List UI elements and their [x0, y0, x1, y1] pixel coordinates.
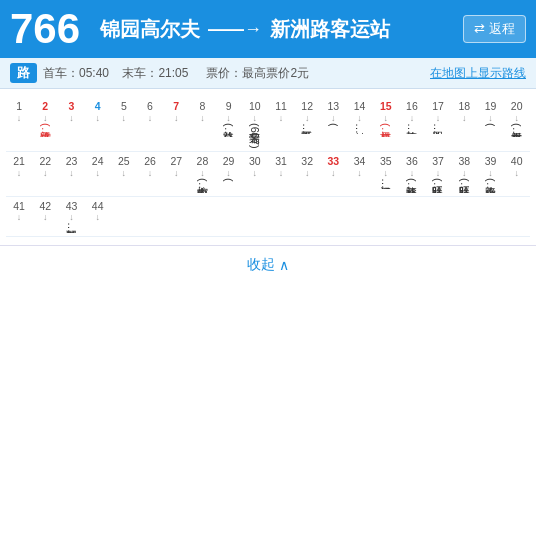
route-to: 新洲路客运站 — [270, 16, 390, 43]
stop-name-9: 公益路(梁… — [222, 123, 235, 138]
stop-number-23: 23 — [66, 155, 78, 169]
stop-cell-30[interactable]: 30↓南铁桥 — [242, 155, 268, 192]
stop-cell-31[interactable]: 31↓仁德医院 — [268, 155, 294, 192]
stop-dir-27: ↓ — [174, 169, 179, 178]
stop-dir-39: ↓ — [488, 169, 493, 178]
stop-name-19: 墨泽新村( — [484, 123, 497, 127]
stop-name-17: 体育中心四… — [432, 123, 445, 134]
stop-dir-28: ↓ — [200, 169, 205, 178]
stop-cell-15[interactable]: 15↓易康苑(嘉… — [373, 100, 399, 148]
stop-number-43: 43 — [66, 200, 78, 214]
stop-number-26: 26 — [144, 155, 156, 169]
stop-cell-37[interactable]: 37↓旺旺路(汉… — [425, 155, 451, 192]
stop-number-38: 38 — [458, 155, 470, 169]
stop-dir-31: ↓ — [279, 169, 284, 178]
stop-dir-30: ↓ — [253, 169, 258, 178]
stop-cell-22[interactable]: 22↓公交三场 — [32, 155, 58, 192]
stop-number-22: 22 — [39, 155, 51, 169]
stop-cell-39[interactable]: 39↓泰山路(汉… — [477, 155, 503, 192]
stop-name-13: 上王东(光 — [327, 123, 340, 127]
stop-dir-10: ↓ — [253, 114, 258, 123]
stop-cell-36[interactable]: 36↓长江北路(长… — [399, 155, 425, 192]
stop-name-29: 南钢街( — [222, 178, 235, 182]
stop-cell-9[interactable]: 9↓公益路(梁… — [216, 100, 242, 148]
stop-cell-43[interactable]: 43↓科技职业学… — [58, 200, 84, 234]
stop-cell-10[interactable]: 10↓荣客(607所) — [242, 100, 268, 148]
stop-dir-9: ↓ — [226, 114, 231, 123]
stop-dir-5: ↓ — [122, 114, 127, 123]
price-info: 票价：最高票价2元 — [206, 65, 309, 82]
stop-cell-19[interactable]: 19↓墨泽新村( — [477, 100, 503, 148]
stop-dir-34: ↓ — [357, 169, 362, 178]
stop-number-1: 1 — [16, 100, 22, 114]
stops-container: 1↓锦园高尔夫2↓雪港路(银…3↓青龙山4↓梅园公交总站5↓梅园6↓梅原寺7↓开… — [0, 89, 536, 241]
stop-cell-11[interactable]: 11↓张卷 — [268, 100, 294, 148]
stop-cell-21[interactable]: 21↓湖光路 — [6, 155, 32, 192]
stop-cell-4[interactable]: 4↓梅园公交总站 — [85, 100, 111, 148]
header: 766 锦园高尔夫 ——→ 新洲路客运站 ⇄ 返程 — [0, 0, 536, 58]
stop-cell-35[interactable]: 35↓长江俱乐部… — [373, 155, 399, 192]
stop-cell-24[interactable]: 24↓中星苑 — [85, 155, 111, 192]
stop-name-14: 村… — [353, 123, 366, 134]
stop-cell-1[interactable]: 1↓锦园高尔夫 — [6, 100, 32, 148]
stop-number-42: 42 — [39, 200, 51, 214]
stop-cell-26[interactable]: 26↓沁园市场 — [137, 155, 163, 192]
stop-cell-2[interactable]: 2↓雪港路(银… — [32, 100, 58, 148]
stop-name-38: 旺旺路(汉… — [458, 178, 471, 193]
stop-cell-8[interactable]: 8↓大渣 — [189, 100, 215, 148]
stop-cell-12[interactable]: 12↓市王东外科医… — [294, 100, 320, 148]
stop-name-37: 旺旺路(汉… — [432, 178, 445, 193]
stop-dir-21: ↓ — [17, 169, 22, 178]
stop-number-24: 24 — [92, 155, 104, 169]
collapse-button[interactable]: 收起 ∧ — [247, 256, 289, 274]
stop-dir-14: ↓ — [357, 114, 362, 123]
stop-cell-17[interactable]: 17↓体育中心四… — [425, 100, 451, 148]
stop-number-28: 28 — [197, 155, 209, 169]
stop-cell-14[interactable]: 14↓村… — [346, 100, 372, 148]
stop-dir-12: ↓ — [305, 114, 310, 123]
stop-cell-27[interactable]: 27↓沁园新村 — [163, 155, 189, 192]
stop-cell-20[interactable]: 20↓水秀新村(太… — [504, 100, 530, 148]
stop-number-44: 44 — [92, 200, 104, 214]
stop-cell-44[interactable]: 44↓新洲路客运站 — [85, 200, 111, 234]
stop-dir-15: ↓ — [383, 114, 388, 123]
stop-number-7: 7 — [173, 100, 179, 114]
stop-cell-6[interactable]: 6↓梅原寺 — [137, 100, 163, 148]
stop-number-37: 37 — [432, 155, 444, 169]
stop-number-41: 41 — [13, 200, 25, 214]
stop-cell-7[interactable]: 7↓开幸 — [163, 100, 189, 148]
stop-cell-25[interactable]: 25↓清和 — [111, 155, 137, 192]
stop-row-3: 41↓欧陆风情街42↓新洲花园43↓科技职业学…44↓新洲路客运站 — [6, 197, 530, 238]
stop-cell-18[interactable]: 18↓体育中心 — [451, 100, 477, 148]
stop-number-19: 19 — [485, 100, 497, 114]
stop-number-34: 34 — [354, 155, 366, 169]
stop-dir-2: ↓ — [43, 114, 48, 123]
stop-number-39: 39 — [485, 155, 497, 169]
route-number: 766 — [10, 8, 90, 50]
stop-number-27: 27 — [170, 155, 182, 169]
stop-cell-5[interactable]: 5↓梅园 — [111, 100, 137, 148]
stop-number-10: 10 — [249, 100, 261, 114]
stop-cell-29[interactable]: 29↓南钢街( — [216, 155, 242, 192]
stop-cell-33[interactable]: 33↓太湖花园 — [320, 155, 346, 192]
stop-cell-16[interactable]: 16↓建筑路鑫… — [399, 100, 425, 148]
stop-name-10: 荣客(607所) — [248, 123, 261, 149]
stop-cell-34[interactable]: 34↓新光路 — [346, 155, 372, 192]
collapse-icon: ∧ — [279, 257, 289, 273]
stop-cell-28[interactable]: 28↓疾控中心(金… — [189, 155, 215, 192]
stop-dir-36: ↓ — [410, 169, 415, 178]
stop-dir-6: ↓ — [148, 114, 153, 123]
stop-cell-38[interactable]: 38↓旺旺路(汉… — [451, 155, 477, 192]
stop-cell-40[interactable]: 40↓工业园二号门 — [504, 155, 530, 192]
stop-cell-41[interactable]: 41↓欧陆风情街 — [6, 200, 32, 234]
stop-dir-16: ↓ — [410, 114, 415, 123]
return-button[interactable]: ⇄ 返程 — [463, 15, 526, 43]
map-link[interactable]: 在地图上显示路线 — [430, 65, 526, 82]
stop-cell-23[interactable]: 23↓中桥二村 — [58, 155, 84, 192]
stop-cell-13[interactable]: 13↓上王东(光 — [320, 100, 346, 148]
stop-cell-42[interactable]: 42↓新洲花园 — [32, 200, 58, 234]
stop-cell-32[interactable]: 32↓太湖花园二区 — [294, 155, 320, 192]
stop-number-11: 11 — [275, 100, 287, 114]
stop-number-29: 29 — [223, 155, 235, 169]
stop-cell-3[interactable]: 3↓青龙山 — [58, 100, 84, 148]
